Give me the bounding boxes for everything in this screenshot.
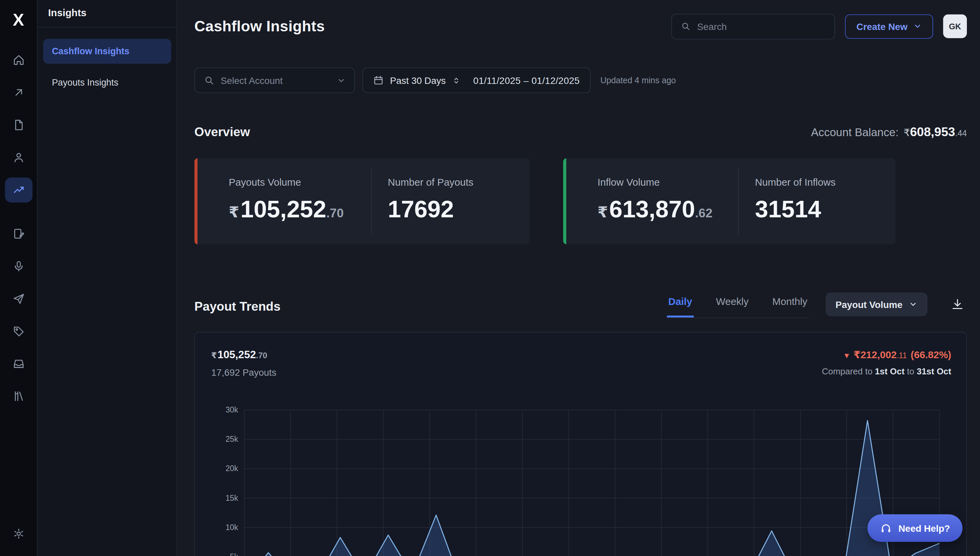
metric-label: Number of Inflows	[755, 177, 896, 188]
paper-plane-icon[interactable]	[5, 286, 32, 311]
account-balance-fraction: .44	[955, 129, 967, 138]
account-balance-label: Account Balance:	[811, 126, 899, 139]
trending-up-icon[interactable]	[5, 178, 32, 202]
search-icon	[204, 75, 215, 86]
global-search[interactable]	[671, 13, 835, 39]
svg-text:10k: 10k	[225, 523, 238, 532]
avatar[interactable]: GK	[943, 15, 967, 38]
date-range-value: 01/11/2025 – 01/12/2025	[473, 75, 580, 86]
payout-trends-chart: 5k10k15k20k25k30k	[211, 401, 943, 556]
sidebar-title: Insights	[38, 0, 176, 27]
tag-icon[interactable]	[5, 319, 32, 344]
sidebar-item-payouts-insights[interactable]: Payouts Insights	[43, 70, 171, 95]
app-window: X	[0, 0, 980, 556]
payout-trends-header: Payout Trends Daily Weekly Monthly Payou…	[194, 291, 967, 318]
chevron-down-icon	[337, 76, 346, 84]
user-icon[interactable]	[5, 145, 32, 170]
download-icon	[951, 297, 964, 311]
arrow-up-right-icon[interactable]	[5, 80, 32, 105]
note-edit-icon[interactable]	[5, 221, 32, 246]
chart-comparison: ▼₹212,002.11(66.82%) Compared to 1st Oct…	[822, 349, 951, 377]
rupee-symbol: ₹	[211, 351, 217, 360]
chart-area: 5k10k15k20k25k30k	[211, 401, 943, 556]
metric-selector-label: Payout Volume	[835, 299, 902, 310]
change-indicator: ▼₹212,002.11(66.82%)	[822, 349, 951, 360]
metric-value: 31514	[755, 196, 896, 223]
metric-value: ₹105,252.70	[229, 196, 371, 223]
file-icon[interactable]	[5, 113, 32, 137]
rupee-symbol: ₹	[229, 204, 239, 221]
account-balance-value: 608,953	[910, 125, 955, 139]
tab-daily[interactable]: Daily	[667, 291, 693, 317]
download-button[interactable]	[948, 295, 967, 314]
sidebar-items: Cashflow Insights Payouts Insights	[38, 27, 176, 107]
metric-value: ₹613,870.62	[597, 196, 738, 223]
tab-monthly[interactable]: Monthly	[771, 291, 809, 317]
create-new-button[interactable]: Create New	[845, 14, 933, 39]
create-new-label: Create New	[856, 21, 907, 32]
topbar: Cashflow Insights Create New GK	[194, 13, 967, 40]
rupee-symbol: ₹	[854, 349, 861, 360]
down-triangle-icon: ▼	[843, 351, 850, 360]
rupee-symbol: ₹	[904, 128, 910, 138]
svg-text:20k: 20k	[225, 464, 238, 473]
inflows-overview-card: Inflow Volume ₹613,870.62 Number of Infl…	[563, 158, 896, 244]
chart-summary: ₹105,252.70 17,692 Payouts	[211, 349, 277, 377]
svg-text:15k: 15k	[225, 494, 238, 503]
card-accent-bar-red	[194, 158, 197, 244]
brand-logo[interactable]: X	[7, 9, 30, 31]
overview-header: Overview Account Balance:₹608,953.44	[194, 125, 967, 139]
books-icon[interactable]	[5, 384, 32, 409]
overview-cards: Payouts Volume ₹105,252.70 Number of Pay…	[194, 158, 896, 244]
page-title: Cashflow Insights	[194, 18, 325, 35]
main-content: Cashflow Insights Create New GK Select A…	[177, 0, 980, 556]
sidebar-item-cashflow-insights[interactable]: Cashflow Insights	[43, 39, 171, 64]
last-updated-text: Updated 4 mins ago	[600, 76, 676, 85]
chevron-down-icon	[913, 22, 922, 31]
date-range-picker[interactable]: Past 30 Days 01/11/2025 – 01/12/2025	[362, 67, 590, 93]
home-icon[interactable]	[5, 47, 32, 73]
calendar-icon	[373, 75, 384, 86]
tab-weekly[interactable]: Weekly	[715, 291, 750, 317]
payout-trends-title: Payout Trends	[194, 299, 281, 314]
metric-number-of-inflows: Number of Inflows 31514	[739, 158, 896, 244]
mic-icon[interactable]	[5, 254, 32, 279]
svg-text:5k: 5k	[230, 552, 238, 556]
account-select[interactable]: Select Account	[194, 67, 355, 93]
payout-trends-chart-card: ₹105,252.70 17,692 Payouts ▼₹212,002.11(…	[194, 332, 967, 556]
metric-inflow-volume: Inflow Volume ₹613,870.62	[566, 158, 738, 244]
inbox-tray-icon[interactable]	[5, 351, 32, 376]
search-input[interactable]	[697, 21, 826, 32]
metric-number-of-payouts: Number of Payouts 17692	[372, 158, 530, 244]
rail-nav	[5, 47, 32, 416]
account-balance: Account Balance:₹608,953.44	[811, 125, 967, 139]
chart-total-count: 17,692 Payouts	[211, 367, 277, 378]
svg-text:30k: 30k	[225, 406, 238, 414]
need-help-button[interactable]: Need Help?	[868, 514, 962, 542]
date-preset-label: Past 30 Days	[390, 75, 446, 86]
metric-label: Inflow Volume	[597, 177, 738, 188]
gear-icon[interactable]	[5, 521, 32, 546]
trend-granularity-tabs: Daily Weekly Monthly	[667, 291, 809, 318]
rupee-symbol: ₹	[597, 204, 608, 221]
topbar-actions: Create New GK	[671, 13, 967, 39]
updown-chevrons-icon	[452, 76, 461, 84]
overview-title: Overview	[194, 125, 250, 139]
need-help-label: Need Help?	[898, 523, 950, 533]
chart-total-value: ₹105,252.70	[211, 349, 277, 361]
chevron-down-icon	[909, 300, 918, 309]
search-icon	[681, 21, 691, 32]
metric-value: 17692	[388, 196, 530, 223]
headset-icon	[880, 522, 892, 534]
metric-payouts-volume: Payouts Volume ₹105,252.70	[197, 158, 371, 244]
metric-label: Payouts Volume	[229, 177, 371, 188]
svg-text:25k: 25k	[225, 435, 238, 443]
metric-selector-dropdown[interactable]: Payout Volume	[825, 293, 927, 316]
icon-rail: X	[0, 0, 37, 556]
metric-label: Number of Payouts	[388, 177, 530, 188]
account-select-placeholder: Select Account	[221, 75, 331, 86]
filter-row: Select Account Past 30 Days 01/11/2025 –…	[194, 67, 676, 93]
comparison-period: Compared to 1st Oct to 31st Oct	[822, 366, 951, 377]
insights-sidebar: Insights Cashflow Insights Payouts Insig…	[38, 0, 177, 556]
card-accent-bar-green	[563, 158, 566, 244]
